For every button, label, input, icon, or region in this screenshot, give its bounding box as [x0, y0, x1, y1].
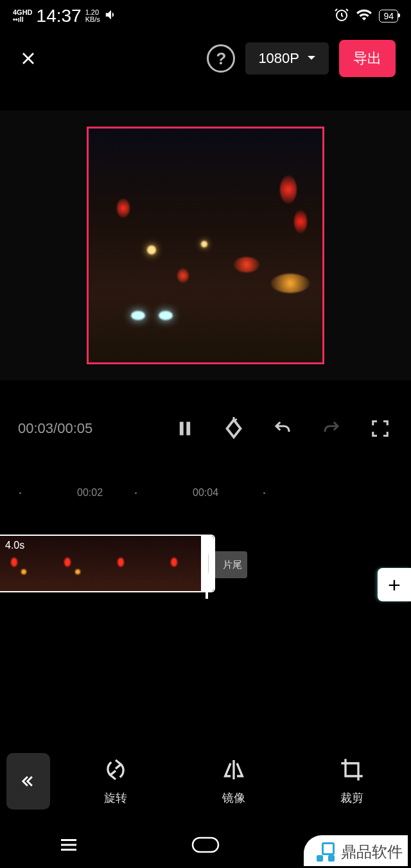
collapse-button[interactable] [6, 753, 50, 810]
resolution-label: 1080P [258, 50, 299, 67]
mirror-icon [221, 757, 247, 783]
add-clip-button[interactable]: + [378, 568, 411, 601]
svg-rect-3 [193, 838, 218, 852]
battery-indicator: 94 [379, 10, 398, 22]
playhead[interactable] [206, 535, 208, 599]
resolution-selector[interactable]: 1080P [245, 42, 329, 75]
help-button[interactable]: ? [207, 44, 235, 73]
nav-menu[interactable] [53, 829, 85, 861]
mirror-label: 镜像 [222, 790, 245, 806]
clock: 14:37 [37, 6, 82, 26]
redo-button[interactable] [319, 416, 344, 441]
rotate-tool[interactable]: 旋转 [63, 757, 168, 806]
ending-segment[interactable]: 片尾 [215, 551, 247, 578]
mirror-tool[interactable]: 镜像 [181, 757, 286, 806]
preview-frame [87, 127, 324, 364]
keyframe-button[interactable] [221, 416, 247, 441]
pause-button[interactable] [172, 416, 198, 441]
watermark: 鼎品软件 [304, 835, 408, 866]
watermark-text: 鼎品软件 [341, 842, 403, 862]
undo-button[interactable] [270, 416, 295, 441]
wifi-icon [356, 6, 372, 26]
chevron-down-icon [307, 55, 316, 62]
volume-icon [104, 8, 118, 25]
svg-rect-1 [180, 422, 184, 436]
nav-home[interactable] [189, 829, 222, 861]
clip-track[interactable]: 4.0s 片尾 [0, 535, 411, 599]
close-button[interactable] [15, 46, 41, 71]
fullscreen-button[interactable] [367, 416, 393, 441]
top-toolbar: ? 1080P 导出 [0, 32, 411, 85]
video-preview[interactable] [0, 111, 411, 380]
watermark-icon [317, 842, 336, 862]
video-clip[interactable]: 4.0s [0, 535, 215, 592]
network-indicator: 4GHD ••ıll [13, 9, 33, 23]
timeline[interactable]: 00:02 00:04 4.0s 片尾 + [0, 477, 411, 740]
player-controls: 00:03/00:05 [0, 380, 411, 477]
crop-tool[interactable]: 裁剪 [299, 757, 405, 806]
alarm-icon [334, 7, 349, 26]
crop-icon [339, 757, 365, 783]
rotate-icon [103, 757, 128, 783]
svg-rect-2 [186, 422, 190, 436]
status-bar: 4GHD ••ıll 14:37 1.20 KB/s 94 [0, 0, 411, 32]
edit-toolbar: 旋转 镜像 裁剪 [0, 740, 411, 822]
time-ruler: 00:02 00:04 [0, 483, 411, 502]
clip-duration: 4.0s [5, 540, 24, 551]
time-display: 00:03/00:05 [18, 420, 149, 437]
crop-label: 裁剪 [340, 790, 363, 806]
export-button[interactable]: 导出 [339, 40, 396, 77]
rotate-label: 旋转 [104, 790, 127, 806]
data-speed: 1.20 KB/s [85, 9, 100, 23]
